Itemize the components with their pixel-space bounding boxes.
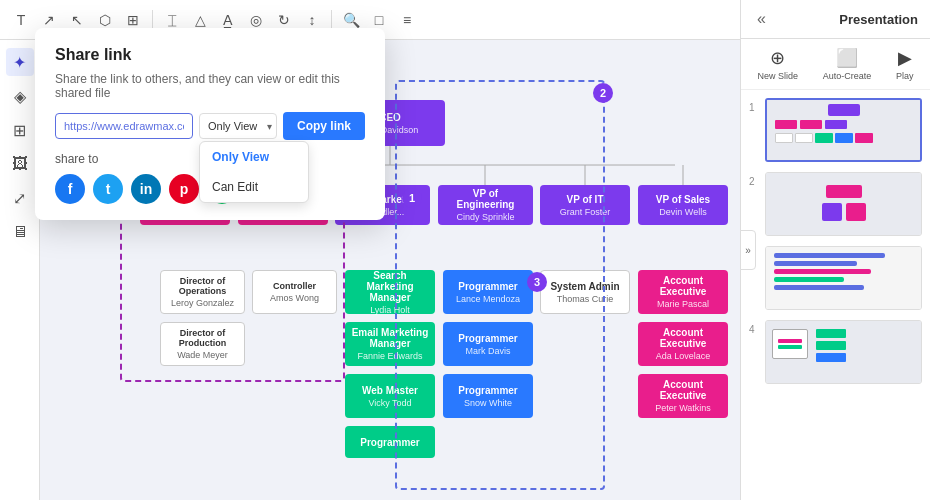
permission-select-wrap: Only View Can Edit ▾ Only View Can Edit <box>199 113 277 139</box>
left-sidebar: ✦ ◈ ⊞ 🖼 ⤢ 🖥 <box>0 40 40 500</box>
node-system-admin[interactable]: System Admin Thomas Curie <box>540 270 630 314</box>
right-panel-header: « Presentation <box>741 0 930 39</box>
panel-toolbar: ⊕ New Slide ⬜ Auto-Create ▶ Play <box>741 39 930 90</box>
modal-title: Share link <box>55 46 365 64</box>
url-input[interactable] <box>55 113 193 139</box>
node-controller[interactable]: Controller Amos Wong <box>252 270 337 314</box>
panel-collapse-button[interactable]: » <box>740 230 756 270</box>
linkedin-share-icon[interactable]: in <box>131 174 161 204</box>
node-programmer2[interactable]: Programmer Mark Davis <box>443 322 533 366</box>
node-acct-exec2[interactable]: Account Executive Ada Lovelace <box>638 322 728 366</box>
slide-item-2[interactable]: 2 <box>749 172 922 236</box>
slide-item-4[interactable]: 4 <box>749 320 922 384</box>
slides-container: 1 <box>741 90 930 500</box>
play-icon: ▶ <box>898 47 912 69</box>
node-programmer-bottom[interactable]: Programmer <box>345 426 435 458</box>
panel-collapse-icon[interactable]: « <box>753 8 770 30</box>
share-link-modal: Share link Share the link to others, and… <box>35 28 385 220</box>
play-label: Play <box>896 71 914 81</box>
badge-1: 1 <box>402 188 422 208</box>
dropdown-item-can-edit[interactable]: Can Edit <box>200 172 308 202</box>
slide-item-1[interactable]: 1 <box>749 98 922 162</box>
slide-thumb-3[interactable] <box>765 246 922 310</box>
sidebar-icon-resize[interactable]: ⤢ <box>6 184 34 212</box>
sidebar-icon-monitor[interactable]: 🖥 <box>6 218 34 246</box>
modal-description: Share the link to others, and they can v… <box>55 72 365 100</box>
sidebar-icon-image[interactable]: 🖼 <box>6 150 34 178</box>
slide-thumb-2[interactable] <box>765 172 922 236</box>
panel-tool-play[interactable]: ▶ Play <box>896 47 914 81</box>
node-acct-exec3[interactable]: Account Executive Peter Watkins <box>638 374 728 418</box>
right-panel-title: Presentation <box>839 12 918 27</box>
sidebar-icon-shapes[interactable]: ◈ <box>6 82 34 110</box>
node-acct-exec1[interactable]: Account Executive Marie Pascal <box>638 270 728 314</box>
node-vp-engineering[interactable]: VP of Engineering Cindy Sprinkle <box>438 185 533 225</box>
toolbar-icon-text[interactable]: T <box>10 9 32 31</box>
toolbar-divider-2 <box>331 10 332 30</box>
slide-number-4: 4 <box>749 324 759 335</box>
facebook-share-icon[interactable]: f <box>55 174 85 204</box>
dropdown-item-only-view[interactable]: Only View <box>200 142 308 172</box>
permission-dropdown: Only View Can Edit <box>199 141 309 203</box>
pinterest-share-icon[interactable]: p <box>169 174 199 204</box>
toolbar-icon-menu[interactable]: ≡ <box>396 9 418 31</box>
twitter-share-icon[interactable]: t <box>93 174 123 204</box>
slide-thumb-1[interactable] <box>765 98 922 162</box>
auto-create-icon: ⬜ <box>836 47 858 69</box>
toolbar-divider-1 <box>152 10 153 30</box>
node-programmer1[interactable]: Programmer Lance Mendoza <box>443 270 533 314</box>
slide-thumb-4[interactable] <box>765 320 922 384</box>
node-programmer3[interactable]: Programmer Snow White <box>443 374 533 418</box>
new-slide-icon: ⊕ <box>770 47 785 69</box>
node-vp-sales[interactable]: VP of Sales Devin Wells <box>638 185 728 225</box>
permission-select[interactable]: Only View Can Edit <box>199 113 277 139</box>
node-vp-it[interactable]: VP of IT Grant Foster <box>540 185 630 225</box>
node-search-marketing[interactable]: Search Marketing Manager Lydia Holt <box>345 270 435 314</box>
panel-tool-auto-create[interactable]: ⬜ Auto-Create <box>823 47 872 81</box>
copy-link-button[interactable]: Copy link <box>283 112 365 140</box>
slide-item-3[interactable]: 3 <box>749 246 922 310</box>
badge-3: 3 <box>527 272 547 292</box>
sidebar-icon-star[interactable]: ✦ <box>6 48 34 76</box>
panel-tool-new-slide[interactable]: ⊕ New Slide <box>757 47 798 81</box>
slide-number-1: 1 <box>749 102 759 113</box>
node-dir-production[interactable]: Director of Production Wade Meyer <box>160 322 245 366</box>
modal-link-row: Only View Can Edit ▾ Only View Can Edit … <box>55 112 365 140</box>
sidebar-icon-grid[interactable]: ⊞ <box>6 116 34 144</box>
slide-number-2: 2 <box>749 176 759 187</box>
node-web-master[interactable]: Web Master Vicky Todd <box>345 374 435 418</box>
right-panel: « Presentation ⊕ New Slide ⬜ Auto-Create… <box>740 0 930 500</box>
node-dir-operations[interactable]: Director of Operations Leroy Gonzalez <box>160 270 245 314</box>
badge-2: 2 <box>593 83 613 103</box>
new-slide-label: New Slide <box>757 71 798 81</box>
auto-create-label: Auto-Create <box>823 71 872 81</box>
node-email-marketing[interactable]: Email Marketing Manager Fannie Edwards <box>345 322 435 366</box>
